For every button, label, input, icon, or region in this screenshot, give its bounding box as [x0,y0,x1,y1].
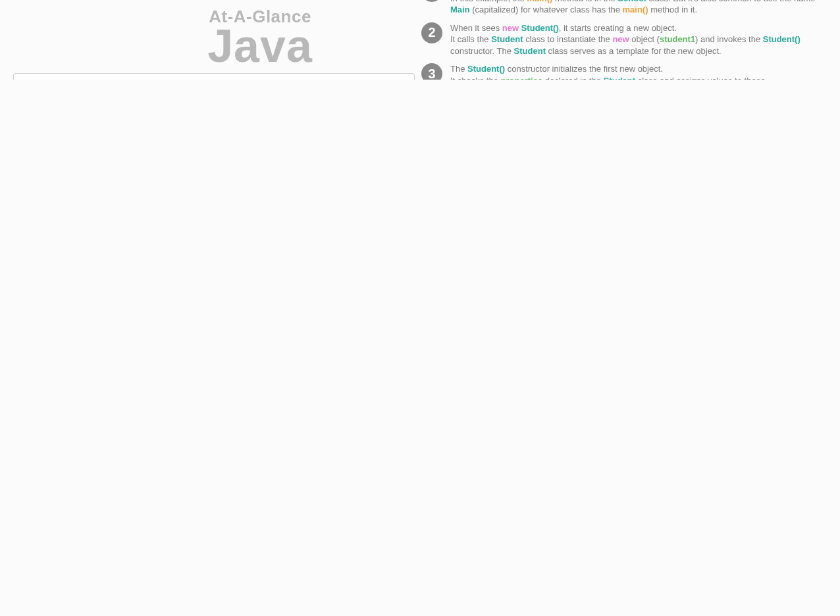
explain-badge: 2 [421,22,442,43]
header: At-A-Glance Java [79,7,441,69]
explain-row: 3The Student() constructor initializes t… [421,63,820,80]
explain-text: When it sees new Student(), it starts cr… [450,22,820,57]
explain-text: The program starts with the main() metho… [450,0,820,16]
explanation-list: 1The program starts with the main() meth… [421,0,820,80]
explain-badge: 1 [421,0,442,2]
explain-badge: 3 [421,63,442,80]
explain-row: 1The program starts with the main() meth… [421,0,820,16]
explain-row: 2When it sees new Student(), it starts c… [421,22,820,57]
explain-text: The Student() constructor initializes th… [450,63,820,80]
header-title: Java [79,23,441,69]
school-code-box: public class School { // The "main() met… [13,73,415,80]
